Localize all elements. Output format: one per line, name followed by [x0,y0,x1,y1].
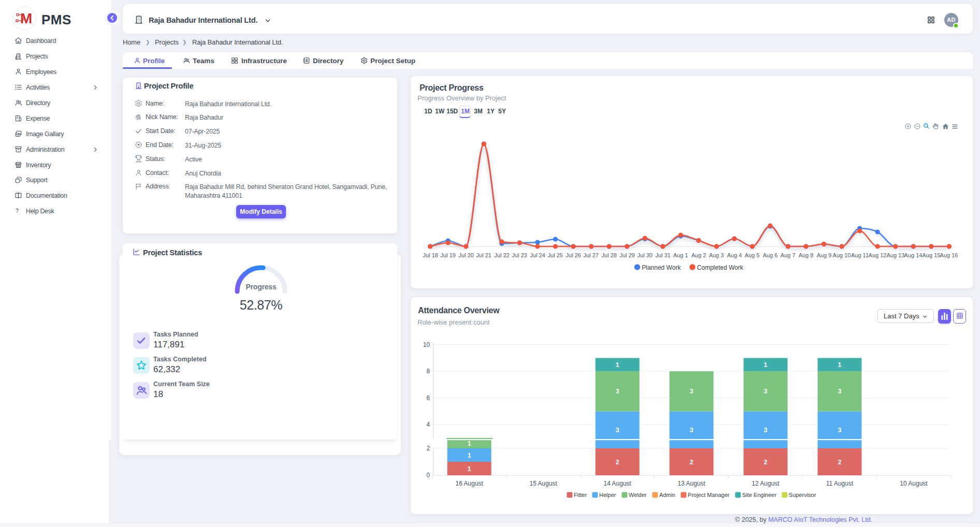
svg-text:1: 1 [764,361,768,369]
svg-text:13 August: 13 August [678,480,705,487]
svg-text:Aug 7: Aug 7 [781,252,796,258]
svg-text:0: 0 [426,472,430,479]
svg-text:2: 2 [764,459,768,466]
svg-text:14 August: 14 August [603,480,631,487]
svg-text:1: 1 [468,452,471,459]
svg-text:15 August: 15 August [529,480,557,487]
svg-text:Aug 16: Aug 16 [940,252,958,258]
svg-text:Aug 4: Aug 4 [727,252,742,258]
svg-text:Jul 24: Jul 24 [530,252,545,258]
svg-text:Aug 2: Aug 2 [691,252,707,258]
svg-text:Jul 30: Jul 30 [637,252,652,258]
svg-text:3: 3 [616,427,619,434]
svg-text:3: 3 [838,427,842,434]
svg-text:6: 6 [426,394,430,402]
svg-text:Aug 8: Aug 8 [799,252,814,258]
svg-text:1: 1 [468,465,471,473]
svg-text:2: 2 [426,445,430,452]
svg-text:Jul 28: Jul 28 [601,252,616,258]
svg-text:Planned Work: Planned Work [642,264,681,271]
svg-text:Welder: Welder [629,492,647,498]
svg-text:10 August: 10 August [900,480,928,487]
svg-text:Aug 13: Aug 13 [887,252,905,258]
svg-text:Helper: Helper [599,492,616,498]
svg-text:Aug 6: Aug 6 [763,252,778,258]
svg-text:Aug 11: Aug 11 [851,252,869,258]
svg-text:3: 3 [838,388,842,395]
svg-text:Site Engineer: Site Engineer [742,492,776,498]
svg-text:3: 3 [690,427,694,434]
svg-text:Supervisor: Supervisor [789,492,816,498]
svg-text:10: 10 [423,341,430,348]
svg-text:Jul 22: Jul 22 [494,252,509,258]
svg-text:Completed Work: Completed Work [697,264,744,271]
svg-text:Aug 10: Aug 10 [833,252,851,258]
svg-text:1: 1 [468,440,471,447]
svg-text:Aug 1: Aug 1 [673,252,688,258]
svg-text:3: 3 [764,388,768,395]
svg-text:Jul 21: Jul 21 [476,252,491,258]
svg-text:Jul 20: Jul 20 [458,252,473,258]
svg-text:Aug 5: Aug 5 [745,252,760,258]
svg-text:Aug 12: Aug 12 [869,252,887,258]
svg-text:4: 4 [426,421,430,428]
svg-text:Aug 9: Aug 9 [817,252,832,258]
svg-text:Jul 29: Jul 29 [619,252,635,258]
svg-text:Aug 15: Aug 15 [923,252,941,258]
svg-text:?: ? [16,208,19,214]
svg-text:3: 3 [690,388,694,395]
svg-text:1: 1 [838,361,842,369]
svg-text:Jul 26: Jul 26 [566,252,581,258]
svg-text:Fitter: Fitter [574,492,587,498]
svg-text:3: 3 [764,427,768,434]
svg-text:16 August: 16 August [455,480,483,487]
svg-text:Jul 23: Jul 23 [512,252,527,258]
svg-text:Admin: Admin [659,492,675,498]
svg-text:11 August: 11 August [826,480,854,487]
svg-text:1: 1 [616,361,619,369]
svg-text:12 August: 12 August [752,480,780,487]
svg-text:Aug 3: Aug 3 [709,252,724,258]
svg-text:2: 2 [616,459,619,466]
svg-text:2: 2 [838,459,842,466]
svg-text:Jul 27: Jul 27 [583,252,598,258]
svg-text:Jul 18: Jul 18 [423,252,438,258]
svg-text:Project Manager: Project Manager [688,492,730,498]
svg-text:Jul 31: Jul 31 [655,252,670,258]
svg-text:Jul 19: Jul 19 [440,252,455,258]
svg-text:3: 3 [616,388,619,395]
svg-text:2: 2 [690,459,694,466]
svg-text:Jul 25: Jul 25 [547,252,563,258]
svg-text:8: 8 [426,368,430,375]
svg-text:Aug 14: Aug 14 [904,252,923,258]
